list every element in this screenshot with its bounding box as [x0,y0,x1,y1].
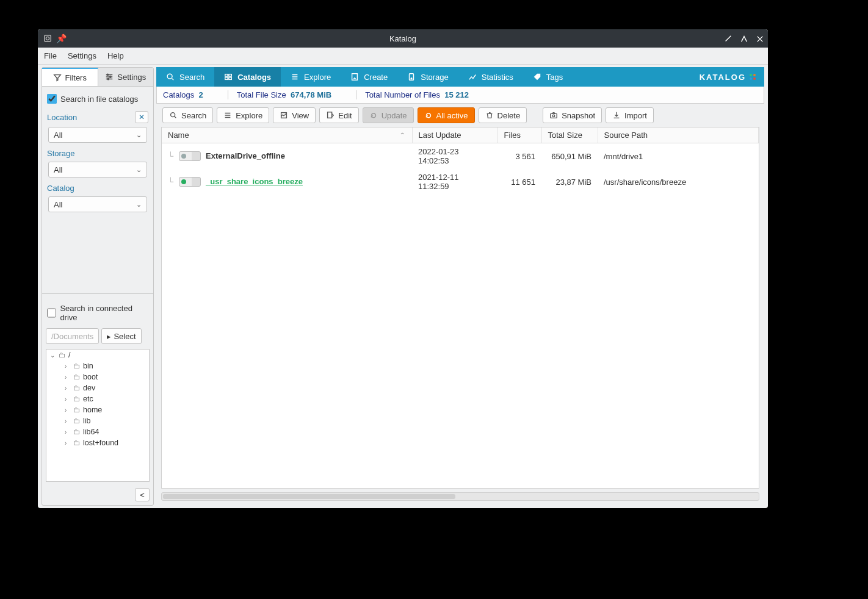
table-row[interactable]: └ExternalDrive_offline2022-01-23 14:02:5… [162,143,759,170]
svg-point-12 [411,78,412,79]
location-combo[interactable]: All ⌄ [48,127,147,143]
col-last-label: Last Update [419,131,461,140]
toolbar-edit-button[interactable]: Edit [319,107,358,123]
menu-settings[interactable]: Settings [68,51,96,60]
nav-search[interactable]: Search [156,67,214,87]
horizontal-scrollbar[interactable] [161,492,759,501]
main-area: Search Catalogs Explore Create Storage [156,67,764,506]
search-catalogs-input[interactable] [47,94,57,104]
tree-node-label: boot [83,373,98,381]
cell-files: 11 651 [497,169,541,195]
tree-node[interactable]: › 🗀 bin [46,360,149,371]
tree-node[interactable]: › 🗀 lib [46,415,149,426]
tree-toggle-icon[interactable]: › [65,396,71,403]
toolbar-allactive-button[interactable]: All active [418,107,475,123]
nav-create-label: Create [364,73,388,82]
nav-statistics[interactable]: Statistics [458,67,523,87]
table-row[interactable]: └_usr_share_icons_breeze2021-12-11 11:32… [162,169,759,195]
col-name[interactable]: Name [162,127,412,143]
folder-icon: 🗀 [73,406,81,414]
pin-icon[interactable]: 📌 [56,34,67,43]
search-drive-checkbox[interactable]: Search in connected drive [46,301,150,325]
toolbar-snapshot-button[interactable]: Snapshot [543,107,602,123]
col-files-label: Files [504,131,521,140]
select-path-button[interactable]: ▸ Select [101,328,141,344]
col-last[interactable]: Last Update [412,127,497,143]
tree-node[interactable]: › 🗀 home [46,404,149,415]
tree-node[interactable]: ⌄ 🗀 / [46,350,149,360]
col-size[interactable]: Total Size [541,127,598,143]
chevron-down-icon: ⌄ [136,201,142,209]
toolbar-update-button[interactable]: Update [363,107,414,123]
nav-explore-label: Explore [304,73,331,82]
collapse-sidepane-button[interactable]: < [135,488,150,501]
tree-node[interactable]: › 🗀 boot [46,371,149,382]
catalog-name[interactable]: ExternalDrive_offline [206,151,285,160]
nav-storage-label: Storage [421,73,449,82]
tree-toggle-icon[interactable]: › [65,407,71,414]
col-files[interactable]: Files [497,127,541,143]
stat-filecount-value: 15 212 [444,90,469,99]
tree-toggle-icon[interactable]: › [65,374,71,381]
toolbar-delete-button[interactable]: Delete [479,107,527,123]
storage-combo[interactable]: All ⌄ [48,162,147,178]
nav-tags[interactable]: Tags [523,67,573,87]
scrollbar-thumb[interactable] [163,494,455,499]
tree-toggle-icon[interactable]: ⌄ [50,352,56,359]
svg-rect-10 [352,74,358,81]
catalog-group-label: Catalog [47,184,74,193]
menu-file[interactable]: File [44,51,57,60]
nav-tags-label: Tags [546,73,563,82]
tree-toggle-icon[interactable]: › [65,418,71,425]
path-input[interactable]: /Documents [46,328,99,344]
stat-catalogs-value: 2 [199,90,203,99]
stats-bar: Catalogs 2 Total File Size 674,78 MiB To… [156,87,764,104]
toolbar-view-button[interactable]: View [273,107,316,123]
nav-explore[interactable]: Explore [281,67,341,87]
close-button[interactable] [756,34,764,43]
tree-toggle-icon[interactable]: › [65,429,71,436]
side-tab-filters[interactable]: Filters [42,68,98,86]
side-tab-settings[interactable]: Settings [98,68,154,86]
svg-point-5 [167,74,172,79]
menu-help[interactable]: Help [107,51,124,60]
tree-toggle-icon[interactable]: › [65,440,71,447]
toolbar-import-label: Import [624,111,647,120]
search-catalogs-checkbox[interactable]: Search in file catalogs [46,91,150,106]
tree-node[interactable]: › 🗀 dev [46,382,149,393]
minimize-button[interactable] [724,34,732,43]
toolbar: Search Explore View Edit Update All acti… [156,104,764,127]
app-window: 📌 Katalog File Settings Help Filters Set… [38,29,768,508]
catalog-combo[interactable]: All ⌄ [48,196,147,212]
stat-filecount-label: Total Number of Files [365,90,440,99]
col-source[interactable]: Source Path [598,127,759,143]
search-drive-input[interactable] [47,308,56,318]
nav-create[interactable]: Create [341,67,397,87]
maximize-button[interactable] [740,34,748,43]
nav-catalogs[interactable]: Catalogs [214,67,281,87]
tree-node-label: / [68,351,70,359]
toolbar-view-label: View [292,111,309,120]
tree-node-label: home [83,406,102,414]
toolbar-import-button[interactable]: Import [606,107,654,123]
toolbar-search-label: Search [181,111,206,120]
tree-node-label: lost+found [83,439,118,447]
location-group-label: Location [47,113,77,122]
svg-rect-0 [45,35,51,42]
toolbar-search-button[interactable]: Search [162,107,213,123]
chevron-down-icon: ⌄ [136,131,142,139]
cell-size: 650,91 MiB [541,143,598,170]
nav-storage[interactable]: Storage [397,67,458,87]
toolbar-explore-button[interactable]: Explore [217,107,269,123]
tree-toggle-icon[interactable]: › [65,385,71,392]
catalog-combo-value: All [54,200,62,209]
tree-node[interactable]: › 🗀 etc [46,393,149,404]
play-icon: ▸ [107,332,111,341]
tree-node[interactable]: › 🗀 lost+found [46,437,149,448]
tree-node[interactable]: › 🗀 lib64 [46,426,149,437]
directory-tree[interactable]: ⌄ 🗀 /› 🗀 bin› 🗀 boot› 🗀 dev› 🗀 etc› 🗀 ho… [46,349,150,482]
catalog-name[interactable]: _usr_share_icons_breeze [206,177,303,186]
tree-toggle-icon[interactable]: › [65,363,71,370]
col-source-label: Source Path [604,131,648,140]
location-reset-button[interactable]: ✕ [135,111,148,123]
